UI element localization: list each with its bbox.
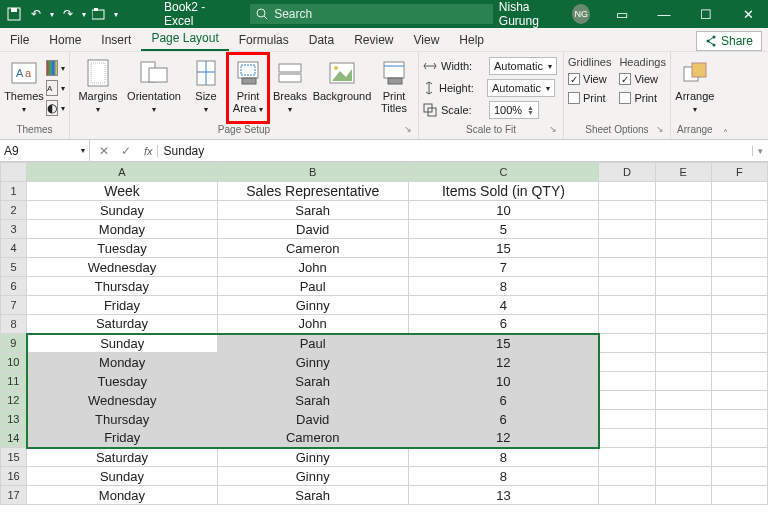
page-setup-launcher[interactable]: ↘ xyxy=(404,124,412,134)
qat-customize[interactable]: ▾ xyxy=(114,10,118,19)
cell-E4[interactable] xyxy=(655,239,711,258)
tab-review[interactable]: Review xyxy=(344,29,403,51)
cell-F10[interactable] xyxy=(711,353,767,372)
cell-D13[interactable] xyxy=(599,410,655,429)
background-button[interactable]: Background xyxy=(312,54,372,122)
enter-formula-button[interactable]: ✓ xyxy=(118,144,134,158)
cell-D7[interactable] xyxy=(599,296,655,315)
cell-F15[interactable] xyxy=(711,448,767,467)
headings-view-checkbox[interactable]: ✓View xyxy=(619,71,665,87)
cell-A13[interactable]: Thursday xyxy=(27,410,218,429)
row-header-3[interactable]: 3 xyxy=(1,220,27,239)
cell-D16[interactable] xyxy=(599,467,655,486)
column-header-D[interactable]: D xyxy=(599,163,655,182)
row-header-2[interactable]: 2 xyxy=(1,201,27,220)
cell-F4[interactable] xyxy=(711,239,767,258)
name-box[interactable]: A9▾ xyxy=(0,140,90,161)
row-header-10[interactable]: 10 xyxy=(1,353,27,372)
cell-A6[interactable]: Thursday xyxy=(27,277,218,296)
cell-C6[interactable]: 8 xyxy=(408,277,599,296)
cell-F1[interactable] xyxy=(711,182,767,201)
cell-E1[interactable] xyxy=(655,182,711,201)
cell-B10[interactable]: Ginny xyxy=(217,353,408,372)
search-box[interactable]: Search xyxy=(250,4,493,24)
theme-effects-button[interactable]: ◐▾ xyxy=(46,100,65,116)
row-header-8[interactable]: 8 xyxy=(1,315,27,334)
column-header-F[interactable]: F xyxy=(711,163,767,182)
print-area-button[interactable]: PrintArea ▾ xyxy=(228,54,268,122)
collapse-ribbon[interactable]: ˄ xyxy=(719,52,733,139)
cell-E12[interactable] xyxy=(655,391,711,410)
cell-D2[interactable] xyxy=(599,201,655,220)
share-button[interactable]: Share xyxy=(696,31,762,51)
print-titles-button[interactable]: PrintTitles xyxy=(374,54,414,122)
cell-D6[interactable] xyxy=(599,277,655,296)
cell-F12[interactable] xyxy=(711,391,767,410)
headings-print-checkbox[interactable]: Print xyxy=(619,90,665,106)
cell-B1[interactable]: Sales Representative xyxy=(217,182,408,201)
ribbon-display-options[interactable]: ▭ xyxy=(602,0,642,28)
cell-E13[interactable] xyxy=(655,410,711,429)
cell-A2[interactable]: Sunday xyxy=(27,201,218,220)
cell-E14[interactable] xyxy=(655,429,711,448)
tab-data[interactable]: Data xyxy=(299,29,344,51)
cell-B5[interactable]: John xyxy=(217,258,408,277)
cell-F7[interactable] xyxy=(711,296,767,315)
cell-A14[interactable]: Friday xyxy=(27,429,218,448)
cancel-formula-button[interactable]: ✕ xyxy=(96,144,112,158)
row-header-1[interactable]: 1 xyxy=(1,182,27,201)
cell-F3[interactable] xyxy=(711,220,767,239)
cell-B13[interactable]: David xyxy=(217,410,408,429)
column-header-E[interactable]: E xyxy=(655,163,711,182)
cell-B11[interactable]: Sarah xyxy=(217,372,408,391)
cell-C16[interactable]: 8 xyxy=(408,467,599,486)
cell-A3[interactable]: Monday xyxy=(27,220,218,239)
tab-view[interactable]: View xyxy=(404,29,450,51)
cell-C10[interactable]: 12 xyxy=(408,353,599,372)
cell-F5[interactable] xyxy=(711,258,767,277)
cell-E15[interactable] xyxy=(655,448,711,467)
qat-customize-icon[interactable] xyxy=(92,6,108,22)
column-header-B[interactable]: B xyxy=(217,163,408,182)
arrange-button[interactable]: Arrange▾ xyxy=(675,54,715,122)
cell-B6[interactable]: Paul xyxy=(217,277,408,296)
cell-A11[interactable]: Tuesday xyxy=(27,372,218,391)
cell-C14[interactable]: 12 xyxy=(408,429,599,448)
cell-C1[interactable]: Items Sold (in QTY) xyxy=(408,182,599,201)
column-header-A[interactable]: A xyxy=(27,163,218,182)
cell-F17[interactable] xyxy=(711,486,767,505)
row-header-11[interactable]: 11 xyxy=(1,372,27,391)
scale-spinner[interactable]: 100%▲▼ xyxy=(489,101,539,119)
row-header-14[interactable]: 14 xyxy=(1,429,27,448)
undo-button[interactable]: ↶ xyxy=(28,6,44,22)
row-header-17[interactable]: 17 xyxy=(1,486,27,505)
cell-E16[interactable] xyxy=(655,467,711,486)
cell-D1[interactable] xyxy=(599,182,655,201)
theme-colors-button[interactable]: ▾ xyxy=(46,60,65,76)
cell-E8[interactable] xyxy=(655,315,711,334)
tab-insert[interactable]: Insert xyxy=(91,29,141,51)
cell-A5[interactable]: Wednesday xyxy=(27,258,218,277)
cell-C11[interactable]: 10 xyxy=(408,372,599,391)
cell-E17[interactable] xyxy=(655,486,711,505)
themes-button[interactable]: Aa Themes▾ xyxy=(4,54,44,122)
cell-F8[interactable] xyxy=(711,315,767,334)
height-select[interactable]: Automatic▾ xyxy=(487,79,555,97)
cell-A12[interactable]: Wednesday xyxy=(27,391,218,410)
cell-A16[interactable]: Sunday xyxy=(27,467,218,486)
row-header-5[interactable]: 5 xyxy=(1,258,27,277)
cell-C8[interactable]: 6 xyxy=(408,315,599,334)
breaks-button[interactable]: Breaks▾ xyxy=(270,54,310,122)
margins-button[interactable]: Margins▾ xyxy=(74,54,122,122)
cell-B14[interactable]: Cameron xyxy=(217,429,408,448)
cell-C15[interactable]: 8 xyxy=(408,448,599,467)
row-header-16[interactable]: 16 xyxy=(1,467,27,486)
scale-launcher[interactable]: ↘ xyxy=(549,124,557,134)
tab-page-layout[interactable]: Page Layout xyxy=(141,27,228,51)
size-button[interactable]: Size▾ xyxy=(186,54,226,122)
spin-buttons[interactable]: ▲▼ xyxy=(527,105,534,115)
redo-menu[interactable]: ▾ xyxy=(82,10,86,19)
cell-B12[interactable]: Sarah xyxy=(217,391,408,410)
cell-C2[interactable]: 10 xyxy=(408,201,599,220)
tab-home[interactable]: Home xyxy=(39,29,91,51)
